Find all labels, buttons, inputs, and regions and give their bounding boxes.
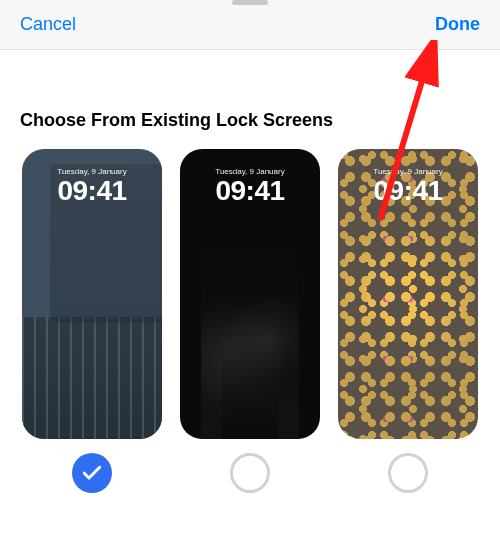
cancel-button[interactable]: Cancel	[20, 14, 76, 35]
header-bar: Cancel Done	[0, 0, 500, 50]
lock-screen-overlay: Tuesday, 9 January 09:41	[22, 167, 162, 205]
lock-time: 09:41	[22, 177, 162, 205]
lock-screens-row: Tuesday, 9 January 09:41 Tuesday, 9 Janu…	[20, 149, 480, 493]
lock-screen-preview-2[interactable]: Tuesday, 9 January 09:41	[180, 149, 320, 439]
radio-selected[interactable]	[72, 453, 112, 493]
lock-screen-preview-3[interactable]: Tuesday, 9 January 09:41	[338, 149, 478, 439]
radio-unselected[interactable]	[230, 453, 270, 493]
lock-time: 09:41	[338, 177, 478, 205]
lock-screen-option: Tuesday, 9 January 09:41	[178, 149, 322, 493]
lock-date: Tuesday, 9 January	[180, 167, 320, 176]
drag-handle[interactable]	[232, 0, 268, 5]
lock-date: Tuesday, 9 January	[22, 167, 162, 176]
done-button[interactable]: Done	[435, 14, 480, 35]
lock-screen-preview-1[interactable]: Tuesday, 9 January 09:41	[22, 149, 162, 439]
lock-screen-overlay: Tuesday, 9 January 09:41	[338, 167, 478, 205]
radio-unselected[interactable]	[388, 453, 428, 493]
lock-screen-overlay: Tuesday, 9 January 09:41	[180, 167, 320, 205]
checkmark-icon	[83, 462, 101, 485]
content-area: Choose From Existing Lock Screens Tuesda…	[0, 50, 500, 513]
lock-screen-option: Tuesday, 9 January 09:41	[336, 149, 480, 493]
lock-date: Tuesday, 9 January	[338, 167, 478, 176]
lock-screen-option: Tuesday, 9 January 09:41	[20, 149, 164, 493]
section-title: Choose From Existing Lock Screens	[20, 110, 480, 131]
lock-time: 09:41	[180, 177, 320, 205]
